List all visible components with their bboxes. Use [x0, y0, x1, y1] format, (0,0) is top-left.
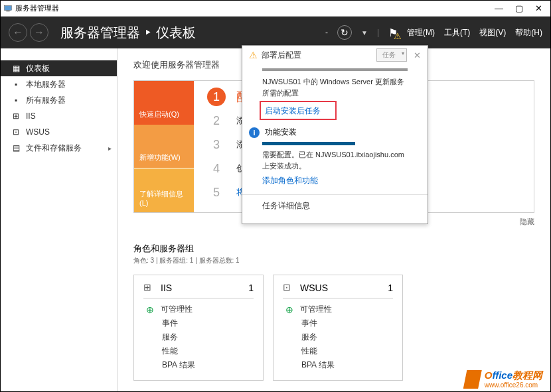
tile-wsus[interactable]: ⊡ WSUS 1 ⊕可管理性 事件 服务 性能 BPA 结果 — [273, 275, 403, 381]
start-postinstall-link[interactable]: 启动安装后任务 — [265, 106, 321, 115]
refresh-button[interactable]: ↻ — [337, 25, 352, 40]
sidebar-item-wsus[interactable]: ⊡ WSUS — [1, 124, 117, 140]
info-icon: i — [249, 127, 260, 138]
tile-row-label: 服务 — [301, 332, 317, 343]
task-details-link[interactable]: 任务详细信息 — [242, 194, 428, 217]
notifications-flag-icon[interactable]: ⚑⚠ — [388, 27, 398, 39]
window-titlebar: 服务器管理器 — ▢ ✕ — [1, 1, 550, 17]
header-bar: ← → 服务器管理器 ‣ 仪表板 - ↻ ▼ | ⚑⚠ 管理(M) 工具(T) … — [1, 17, 550, 48]
tile-row-label: 服务 — [162, 332, 178, 343]
divider: | — [377, 28, 379, 37]
window-title: 服务器管理器 — [15, 3, 495, 13]
tile-row-label: 可管理性 — [300, 304, 332, 315]
step-number-4: 4 — [207, 159, 226, 178]
tile-row-label: 可管理性 — [161, 304, 193, 315]
forward-button[interactable]: → — [30, 23, 48, 42]
notif-close-button[interactable]: ✕ — [414, 50, 421, 60]
sidebar-item-files[interactable]: ▤ 文件和存储服务 ▸ — [1, 140, 117, 156]
breadcrumb-main: 服务器管理器 — [60, 24, 140, 42]
dropdown-caret-icon[interactable]: ▼ — [361, 29, 368, 36]
step-number-2: 2 — [207, 111, 226, 130]
add-roles-link[interactable]: 添加角色和功能 — [262, 176, 318, 185]
sidebar-item-label: 所有服务器 — [26, 95, 66, 106]
tile-name: WSUS — [300, 283, 328, 293]
warning-icon: ⚠ — [249, 50, 258, 60]
roles-section-title: 角色和服务器组 — [133, 243, 534, 255]
back-button[interactable]: ← — [9, 23, 27, 42]
sidebar-item-all-servers[interactable]: ▪ 所有服务器 — [1, 92, 117, 108]
warning-badge-icon: ⚠ — [394, 31, 402, 41]
sidebar: ▦ 仪表板 ▪ 本地服务器 ▪ 所有服务器 ⊞ IIS ⊡ WSUS ▤ 文件和… — [1, 48, 118, 391]
svg-rect-1 — [6, 10, 9, 11]
manage-menu[interactable]: 管理(M) — [407, 27, 435, 38]
highlighted-link-box: 启动安装后任务 — [260, 101, 337, 120]
servers-icon: ▪ — [11, 96, 21, 105]
watermark: Office教程网 www.office26.com — [463, 370, 542, 389]
watermark-icon — [463, 370, 482, 389]
server-icon: ▪ — [11, 80, 21, 89]
status-up-icon: ⊕ — [146, 304, 154, 315]
tile-count: 1 — [248, 283, 254, 293]
watermark-url: www.office26.com — [485, 381, 542, 389]
help-menu[interactable]: 帮助(H) — [515, 27, 542, 38]
minimize-button[interactable]: — — [495, 3, 503, 13]
notif-progress-bar — [262, 68, 408, 71]
roles-section-subtitle: 角色: 3 | 服务器组: 1 | 服务器总数: 1 — [133, 256, 534, 265]
tab-learnmore[interactable]: 了解详细信息(L) — [134, 168, 194, 212]
sidebar-item-local-server[interactable]: ▪ 本地服务器 — [1, 76, 117, 92]
wsus-tile-icon: ⊡ — [283, 282, 295, 294]
step-number-5: 5 — [207, 183, 226, 202]
sidebar-item-label: 仪表板 — [26, 63, 50, 74]
maximize-button[interactable]: ▢ — [515, 3, 523, 13]
install-progress-bar — [262, 142, 355, 145]
wsus-icon: ⊡ — [11, 127, 21, 137]
iis-tile-icon: ⊞ — [143, 282, 155, 294]
tile-iis[interactable]: ⊞ IIS 1 ⊕可管理性 事件 服务 性能 BPA 结果 — [133, 275, 264, 381]
tile-row-label: 事件 — [301, 318, 317, 329]
tools-menu[interactable]: 工具(T) — [444, 27, 470, 38]
notif-desc: NJWSUS01 中的 Windows Server 更新服务 所需的配置 — [242, 76, 428, 98]
svg-rect-0 — [5, 5, 12, 10]
tile-row-label: 事件 — [162, 318, 178, 329]
tile-row-label: 性能 — [301, 346, 317, 357]
tile-row-label: 性能 — [162, 346, 178, 357]
chevron-right-icon: ▸ — [108, 145, 112, 152]
watermark-text: Office教程网 — [485, 370, 542, 381]
tasks-dropdown[interactable]: 任务 — [376, 48, 407, 62]
status-up-icon: ⊕ — [285, 304, 293, 315]
tile-row-label: BPA 结果 — [301, 359, 335, 371]
iis-icon: ⊞ — [11, 111, 21, 121]
sidebar-item-iis[interactable]: ⊞ IIS — [1, 108, 117, 124]
dashboard-icon: ▦ — [11, 64, 21, 73]
sidebar-item-label: 文件和存储服务 — [26, 143, 82, 154]
sidebar-item-label: IIS — [26, 111, 36, 121]
files-icon: ▤ — [11, 143, 21, 153]
dash-icon: - — [325, 28, 328, 37]
notification-panel: ⚠ 部署后配置 任务 ✕ NJWSUS01 中的 Windows Server … — [242, 45, 428, 224]
tab-quickstart[interactable]: 快速启动(Q) — [134, 81, 194, 125]
tile-row-label: BPA 结果 — [162, 359, 195, 371]
tile-count: 1 — [388, 283, 393, 293]
step-number-1: 1 — [207, 88, 226, 106]
install-title: 功能安装 — [265, 127, 297, 138]
install-desc: 需要配置。已在 NJWSUS01.itxiaojishu.com 上安装成功。 — [242, 149, 428, 171]
breadcrumb: 服务器管理器 ‣ 仪表板 — [60, 24, 196, 42]
close-button[interactable]: ✕ — [535, 3, 542, 13]
sidebar-item-label: 本地服务器 — [26, 79, 66, 90]
step-number-3: 3 — [207, 135, 226, 154]
sidebar-item-dashboard[interactable]: ▦ 仪表板 — [1, 60, 117, 76]
app-icon — [3, 4, 13, 13]
tile-name: IIS — [161, 283, 172, 293]
view-menu[interactable]: 视图(V) — [479, 27, 506, 38]
breadcrumb-sub: 仪表板 — [156, 24, 196, 42]
tab-whatsnew[interactable]: 新增功能(W) — [134, 125, 194, 168]
notif-title: 部署后配置 — [262, 50, 376, 61]
breadcrumb-sep: ‣ — [144, 25, 152, 40]
sidebar-item-label: WSUS — [26, 127, 50, 137]
